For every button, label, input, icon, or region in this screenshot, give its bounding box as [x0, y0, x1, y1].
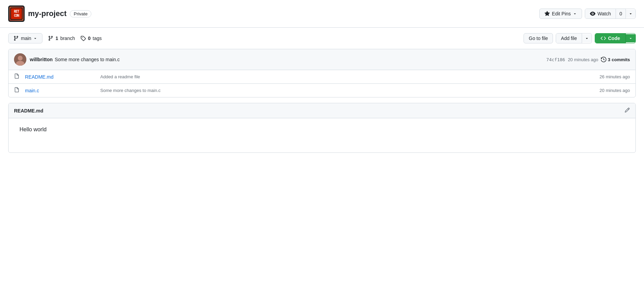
branch-count-link[interactable]: 1 branch: [48, 36, 75, 41]
watch-count: 0: [619, 11, 622, 16]
watch-button-group: Watch 0: [585, 9, 636, 19]
svg-text:CON: CON: [14, 14, 19, 17]
code-main-button[interactable]: Code: [595, 34, 626, 43]
add-file-main-button[interactable]: Add file: [556, 34, 582, 43]
go-to-file-button[interactable]: Go to file: [524, 33, 553, 43]
watch-main-button[interactable]: Watch: [585, 9, 616, 18]
branch-icon: [13, 36, 19, 41]
code-dropdown-button[interactable]: [626, 34, 635, 42]
file-icon: [14, 74, 22, 80]
branch-count-icon: [48, 36, 53, 41]
repo-name[interactable]: my-project: [28, 9, 66, 18]
tags-count-link[interactable]: 0 tags: [80, 36, 102, 41]
file-row: main.c Some more changes to main.c 20 mi…: [9, 84, 635, 97]
tag-label: tags: [93, 36, 102, 41]
edit-pins-label: Edit Pins: [552, 11, 571, 16]
code-icon: [601, 36, 606, 41]
private-badge: Private: [70, 10, 91, 17]
file-name-readme[interactable]: README.md: [25, 74, 100, 80]
toolbar-right: Go to file Add file Code: [524, 33, 636, 43]
history-icon: [601, 57, 606, 62]
add-file-button-group: Add file: [556, 33, 592, 43]
tag-count: 0: [88, 36, 91, 41]
commit-info: willbritton Some more changes to main.c: [30, 57, 546, 62]
file-name-mainc[interactable]: main.c: [25, 88, 100, 93]
code-button-group: Code: [595, 33, 636, 43]
eye-icon: [590, 11, 595, 16]
commit-time: 20 minutes ago: [568, 57, 598, 62]
org-logo[interactable]: RET CON: [8, 5, 25, 22]
commits-label: commits: [612, 57, 630, 62]
readme-content: Hello world: [20, 126, 624, 133]
logo-inner: RET CON: [9, 6, 24, 21]
edit-readme-button[interactable]: [624, 107, 630, 114]
watch-count-button[interactable]: 0: [616, 9, 626, 18]
chevron-down-icon: [629, 36, 633, 40]
watch-label: Watch: [597, 11, 611, 16]
file-time-readme: 26 minutes ago: [600, 74, 630, 79]
file-commit-readme: Added a readme file: [100, 74, 600, 79]
chevron-down-icon: [585, 36, 589, 40]
commits-count: 3: [608, 57, 610, 62]
star-icon: [544, 11, 550, 16]
repo-toolbar: main 1 branch 0 tags Go to file Add file: [0, 28, 644, 49]
file-time-mainc: 20 minutes ago: [600, 88, 630, 93]
branch-count: 1: [55, 36, 58, 41]
branch-label: branch: [60, 36, 75, 41]
readme-title: README.md: [14, 108, 43, 113]
edit-pins-button[interactable]: Edit Pins: [539, 9, 582, 19]
file-icon: [14, 87, 22, 94]
code-label: Code: [608, 36, 620, 41]
file-commit-mainc: Some more changes to main.c: [100, 88, 600, 93]
watch-dropdown-button[interactable]: [626, 10, 635, 18]
chevron-down-icon: [33, 36, 37, 40]
readme-body: Hello world: [9, 118, 635, 152]
commits-link[interactable]: 3 commits: [601, 57, 630, 62]
svg-point-5: [18, 56, 23, 61]
tag-icon: [80, 36, 86, 41]
readme-section: README.md Hello world: [8, 103, 636, 153]
chevron-down-icon: [629, 12, 633, 16]
header-right: Edit Pins Watch 0: [539, 9, 636, 19]
commit-message: Some more changes to main.c: [55, 57, 120, 62]
readme-header: README.md: [9, 103, 635, 118]
branch-name: main: [21, 36, 31, 41]
file-row: README.md Added a readme file 26 minutes…: [9, 70, 635, 84]
add-file-dropdown-button[interactable]: [582, 34, 592, 42]
toolbar-left: main 1 branch 0 tags: [8, 33, 102, 43]
commit-author[interactable]: willbritton: [30, 57, 53, 62]
page-header: RET CON my-project Private Edit Pins Wat…: [0, 0, 644, 28]
header-left: RET CON my-project Private: [8, 5, 91, 22]
svg-text:RET: RET: [14, 10, 19, 13]
commit-header-row: willbritton Some more changes to main.c …: [9, 49, 635, 70]
commit-meta: 74cf186 20 minutes ago 3 commits: [546, 57, 630, 62]
commit-hash[interactable]: 74cf186: [546, 57, 565, 62]
avatar: [14, 53, 26, 66]
branch-selector-button[interactable]: main: [8, 33, 42, 43]
file-table: willbritton Some more changes to main.c …: [8, 49, 636, 97]
chevron-down-icon: [573, 12, 577, 16]
